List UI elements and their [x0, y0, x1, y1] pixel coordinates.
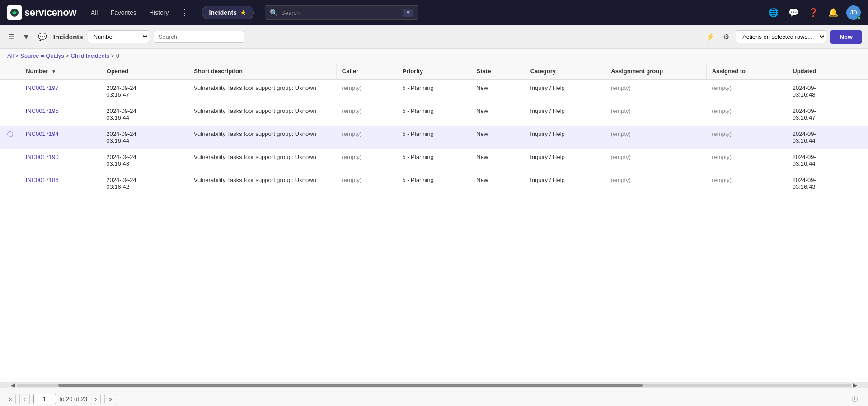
prev-page-button[interactable]: ‹: [19, 394, 29, 404]
next-page-button[interactable]: ›: [91, 394, 101, 404]
table-row[interactable]: INC00171972024-09-24 03:16:47Vulnerabili…: [0, 79, 868, 103]
table-row[interactable]: INC00171862024-09-24 03:16:42Vulnerabili…: [0, 172, 868, 195]
refresh-icon-button[interactable]: ⚡: [704, 31, 717, 43]
col-number[interactable]: Number ▼: [20, 63, 101, 79]
incident-short-desc: Vulnerability Tasks foor support group: …: [188, 149, 337, 172]
incident-assignment-group: (empty): [605, 149, 706, 172]
search-dropdown-button[interactable]: ▼: [403, 9, 413, 17]
last-page-button[interactable]: »: [104, 394, 116, 404]
incident-category: Inquiry / Help: [525, 172, 605, 195]
incident-number[interactable]: INC0017195: [20, 103, 101, 126]
scroll-thumb[interactable]: [58, 384, 643, 387]
new-button[interactable]: New: [830, 30, 862, 44]
globe-icon-button[interactable]: 🌐: [767, 6, 780, 19]
clock-icon: 🕐: [851, 396, 858, 402]
breadcrumb-filter1[interactable]: Source = Qualys: [20, 52, 64, 59]
breadcrumb-sep1: >: [15, 52, 19, 59]
incident-priority: 5 - Planning: [397, 172, 471, 195]
incidents-label: Incidents: [209, 9, 237, 16]
scroll-right-arrow[interactable]: ▶: [851, 382, 859, 388]
incident-short-desc: Vulnerability Tasks foor support group: …: [188, 79, 337, 103]
row-info-icon: [0, 103, 20, 126]
chat-icon-button[interactable]: 💬: [787, 6, 800, 19]
incident-state: New: [471, 79, 525, 103]
incident-updated: 2024-09- 03:16:47: [787, 103, 868, 126]
nav-more[interactable]: ⋮: [179, 6, 191, 19]
col-category[interactable]: Category: [525, 63, 605, 79]
incident-category: Inquiry / Help: [525, 79, 605, 103]
nav-history[interactable]: History: [146, 7, 172, 18]
incidents-table-container: Number ▼ Opened Short description Caller…: [0, 63, 868, 382]
row-info-icon: [0, 79, 20, 103]
incident-updated: 2024-09- 03:16:44: [787, 149, 868, 172]
chat-list-button[interactable]: 💬: [36, 31, 49, 43]
incident-category: Inquiry / Help: [525, 126, 605, 149]
col-caller[interactable]: Caller: [336, 63, 397, 79]
avatar-initials: JD: [850, 9, 857, 16]
incident-category: Inquiry / Help: [525, 149, 605, 172]
horizontal-scrollbar[interactable]: ◀ ▶: [0, 382, 868, 388]
global-search-bar[interactable]: 🔍 ▼: [265, 5, 418, 20]
incident-number[interactable]: INC0017190: [20, 149, 101, 172]
table-row[interactable]: INC00171952024-09-24 03:16:44Vulnerabili…: [0, 103, 868, 126]
list-title: Incidents: [53, 33, 83, 41]
incident-number[interactable]: INC0017197: [20, 79, 101, 103]
table-row[interactable]: ⓘINC00171942024-09-24 03:16:44Vulnerabil…: [0, 126, 868, 149]
scroll-left-arrow[interactable]: ◀: [9, 382, 17, 388]
incident-assignment-group: (empty): [605, 126, 706, 149]
table-row[interactable]: INC00171902024-09-24 03:16:43Vulnerabili…: [0, 149, 868, 172]
actions-dropdown[interactable]: Actions on selected rows...: [736, 30, 826, 43]
settings-icon-button[interactable]: ⚙: [721, 31, 731, 43]
col-assignment-group[interactable]: Assignment group: [605, 63, 706, 79]
col-priority[interactable]: Priority: [397, 63, 471, 79]
list-toolbar: ☰ ▼ 💬 Incidents Number Short description…: [0, 25, 868, 49]
incident-assigned-to: (empty): [706, 172, 787, 195]
incident-priority: 5 - Planning: [397, 149, 471, 172]
col-updated[interactable]: Updated: [787, 63, 868, 79]
incident-assigned-to: (empty): [706, 103, 787, 126]
row-info-icon[interactable]: ⓘ: [0, 126, 20, 149]
breadcrumb-sep2: >: [66, 52, 69, 59]
incident-number[interactable]: INC0017186: [20, 172, 101, 195]
breadcrumb-all[interactable]: All: [7, 52, 14, 59]
col-assigned-to[interactable]: Assigned to: [706, 63, 787, 79]
first-page-button[interactable]: «: [5, 394, 16, 404]
incident-updated: 2024-09- 03:16:44: [787, 126, 868, 149]
search-icon: 🔍: [270, 9, 277, 16]
sort-icon-number: ▼: [52, 69, 56, 74]
col-opened[interactable]: Opened: [101, 63, 188, 79]
table-header-row: Number ▼ Opened Short description Caller…: [0, 63, 868, 79]
incident-caller: (empty): [336, 126, 397, 149]
breadcrumb-filter2[interactable]: Child Incidents: [71, 52, 109, 59]
incident-short-desc: Vulnerability Tasks foor support group: …: [188, 103, 337, 126]
page-info-text: to 20 of 23: [60, 396, 87, 402]
scroll-track[interactable]: [17, 384, 851, 387]
col-state[interactable]: State: [471, 63, 525, 79]
incident-number[interactable]: INC0017194: [20, 126, 101, 149]
incident-priority: 5 - Planning: [397, 79, 471, 103]
incident-caller: (empty): [336, 103, 397, 126]
notification-icon-button[interactable]: 🔔: [826, 6, 840, 19]
incidents-selector[interactable]: Incidents ★: [202, 6, 254, 19]
incident-priority: 5 - Planning: [397, 126, 471, 149]
user-avatar[interactable]: JD: [846, 5, 861, 20]
app-logo[interactable]: servicenow: [7, 5, 76, 20]
filter-button[interactable]: ▼: [21, 31, 32, 43]
nav-favorites[interactable]: Favorites: [108, 7, 139, 18]
incident-caller: (empty): [336, 79, 397, 103]
global-search-input[interactable]: [281, 9, 399, 16]
toolbar-right-group: ⚡ ⚙ Actions on selected rows... New: [704, 30, 862, 44]
nav-all[interactable]: All: [88, 7, 101, 18]
col-short-desc[interactable]: Short description: [188, 63, 337, 79]
list-search-input[interactable]: [154, 31, 244, 43]
incident-updated: 2024-09- 03:16:48: [787, 79, 868, 103]
breadcrumb-filter3: 0: [116, 52, 119, 59]
page-number-input[interactable]: [33, 394, 56, 404]
incidents-table: Number ▼ Opened Short description Caller…: [0, 63, 868, 195]
breadcrumb-sep3: >: [111, 52, 115, 59]
menu-toggle-button[interactable]: ☰: [6, 31, 16, 43]
incident-opened: 2024-09-24 03:16:42: [101, 172, 188, 195]
filter-field-select[interactable]: Number Short description Caller State: [88, 30, 149, 43]
top-navigation: servicenow All Favorites History ⋮ Incid…: [0, 0, 868, 25]
help-icon-button[interactable]: ❓: [807, 6, 820, 19]
